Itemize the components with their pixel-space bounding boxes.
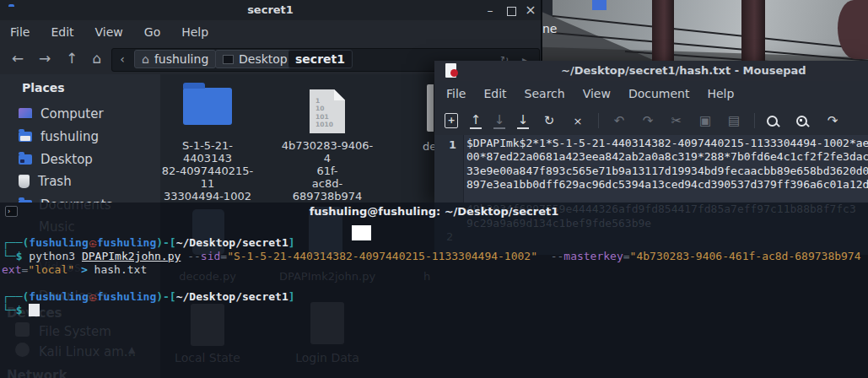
menu-view[interactable]: View [95,25,123,39]
menu-file[interactable]: File [10,25,30,39]
back-button[interactable]: ← [7,47,29,69]
prompt-user: fushuling [29,236,88,249]
masterkey-file-icon[interactable]: 1 10 101 1010 [310,89,345,133]
command-program: python3 [29,250,82,262]
binary-digits: 1 10 101 1010 [315,97,333,129]
faint-label-decode: decode.py [160,270,255,283]
faint-sidebar-music: Music [39,219,75,235]
background-text-fragment: ne [542,22,558,35]
maximize-button[interactable] [507,7,516,16]
file-manager-titlebar[interactable]: secret1 – × [0,0,541,20]
toolbar-separator [754,113,755,128]
sidebar-label: fushuling [40,129,99,144]
save-as-icon[interactable]: ↓ [517,112,529,129]
prompt-dollar: └─$ [3,250,22,262]
faint-label-dpapimk2john: DPAPImk2john.py [272,270,383,283]
label-line: 61f- [280,165,375,177]
minimize-button[interactable]: – [483,3,498,18]
close-document-icon[interactable]: × [569,115,586,127]
undo-icon[interactable]: ↶ [611,113,628,128]
path-chevron-button[interactable]: ‹ [116,49,129,69]
line-number-gutter: 1 [434,135,464,202]
menu-document[interactable]: Document [628,87,690,100]
mouse-pointer-block [352,225,371,240]
sidebar-item-computer[interactable]: Computer [0,103,160,125]
save-download-icon[interactable]: ↓ [493,112,505,129]
places-sidebar: Places Computer fushuling Desktop Trash [0,74,161,202]
label-line: 82-4097440215-11 [160,165,255,190]
window-title: secret1 [0,3,541,16]
sidebar-item-trash[interactable]: Trash [0,170,160,192]
hash-text-row: 33e9e00a847f893c565e71b9a13117d19934bd9f… [466,165,868,177]
sid-folder-icon[interactable] [183,88,232,125]
prompt-line-2: ┌──(fushuling㉿fushuling)-[~/Desktop/secr… [3,290,295,305]
file-manager-menubar: File Edit View Go Help [0,20,541,44]
search-replace-icon[interactable] [796,116,807,127]
copy-icon[interactable]: ▣ [697,113,714,128]
menu-help[interactable]: Help [707,87,734,100]
path-button-current[interactable]: secret1 [288,50,353,68]
menu-search[interactable]: Search [525,87,565,100]
faint-label-login-data: Login Data [280,351,375,364]
desktop-folder-icon [19,154,32,165]
sidebar-item-fushuling[interactable]: fushuling [0,126,160,148]
background-photo-window: ne [541,0,868,63]
faint-kali-volume: Kali Linux am... [39,344,136,359]
go-to-icon[interactable]: ↷ [824,113,841,128]
mousepad-title: ~/Desktop/secret1/hash.txt - Mousepad [561,64,806,77]
menu-edit[interactable]: Edit [51,25,73,39]
close-button[interactable]: × [523,3,538,18]
toolbar-separator [598,113,599,128]
redo-icon[interactable]: ↷ [639,113,656,128]
option-dashes: -- [187,250,201,262]
partially-hidden-file-icon[interactable] [427,84,434,132]
faint-login-data-icon [310,302,344,344]
prompt-frame: ┌──( [3,290,29,303]
hash-text-row: 00*87ed22a0681a423eea842ab2a0a8c319*288*… [466,150,868,163]
option-masterkey: masterkey [563,250,623,262]
sidebar-label: Desktop [40,152,93,167]
mousepad-icon [445,63,456,78]
sidebar-item-desktop[interactable]: Desktop [0,148,160,170]
mousepad-menubar: File Edit Search View Document Help [434,81,868,106]
mousepad-titlebar[interactable]: ~/Desktop/secret1/hash.txt - Mousepad [434,61,868,81]
terminal-titlebar[interactable]: › fushuling@fushuling: ~/Desktop/secret1 [0,202,868,221]
prompt-host: fushuling [97,290,156,303]
photo-post [652,0,674,63]
terminal-window[interactable]: 49b3034f6897559e4444326afd9fd854417fd85a… [0,202,868,378]
eject-icon: ▲ [128,344,135,355]
cut-icon[interactable]: ✂ [668,113,685,128]
menu-file[interactable]: File [446,87,466,100]
home-folder-icon [19,132,32,142]
option-sid: sid [201,250,220,262]
hash-text-row: $DPAPImk$2*1*S-1-5-21-440314382-40974402… [466,137,868,149]
menu-view[interactable]: View [583,87,611,100]
space [537,250,551,262]
prompt-frame: ] [288,236,295,249]
up-button[interactable]: ↑ [61,47,83,69]
search-icon[interactable] [767,116,778,127]
context-value: "local" [28,263,74,276]
command-script: DPAPImk2john.py [82,250,181,262]
prompt-frame: ] [288,290,295,303]
forward-button[interactable]: → [34,47,56,69]
reload-icon[interactable]: ↻ [541,113,558,128]
sid-folder-label: S-1-5-21-4403143 82-4097440215-11 333044… [160,139,255,202]
menu-edit[interactable]: Edit [483,87,506,100]
paste-icon[interactable]: ▤ [725,113,742,128]
path-button-home[interactable]: ⌂ fushuling [134,50,216,68]
menu-help[interactable]: Help [181,25,208,39]
prompt-frame: ┌──( [3,236,29,249]
prompt-user: fushuling [29,290,88,303]
photo-finger [838,0,868,59]
prompt-frame: )-[ [156,290,175,303]
new-document-icon[interactable]: + [445,113,458,128]
command-wrap-line: ext="local" > hash.txt [2,263,147,277]
menu-go[interactable]: Go [144,25,160,39]
page-fold [334,89,345,100]
path-button-desktop[interactable]: Desktop [215,50,295,68]
home-button[interactable]: ⌂ [86,47,108,69]
save-icon[interactable]: ↑ [470,112,482,129]
input-line[interactable]: └─$ [3,304,40,317]
editor-text-area[interactable]: 1 $DPAPImk$2*1*S-1-5-21-440314382-409744… [434,135,868,202]
